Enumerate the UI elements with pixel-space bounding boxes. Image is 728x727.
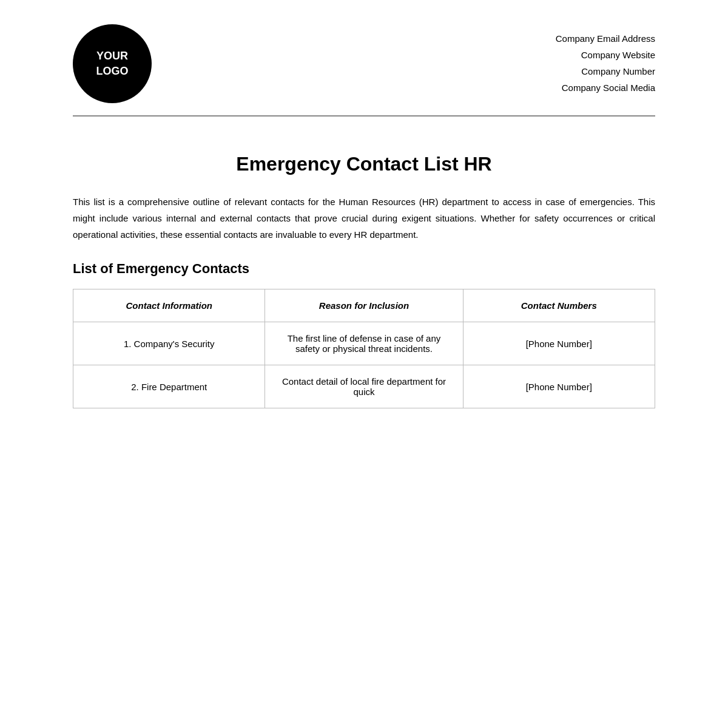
row-2-contact: 2. Fire Department bbox=[73, 365, 265, 408]
company-number-label: Company Number bbox=[556, 63, 655, 79]
row-1-reason: The first line of defense in case of any… bbox=[265, 322, 463, 365]
header-divider bbox=[73, 115, 655, 117]
col-header-numbers: Contact Numbers bbox=[463, 289, 655, 322]
col-header-reason: Reason for Inclusion bbox=[265, 289, 463, 322]
header: YOUR LOGO Company Email Address Company … bbox=[73, 24, 655, 103]
company-info-block: Company Email Address Company Website Co… bbox=[556, 24, 655, 96]
logo-text-line1: YOUR bbox=[96, 49, 128, 64]
company-website-label: Company Website bbox=[556, 47, 655, 63]
section-heading: List of Emergency Contacts bbox=[73, 261, 655, 277]
table-row: 2. Fire DepartmentContact detail of loca… bbox=[73, 365, 655, 408]
row-2-number: [Phone Number] bbox=[463, 365, 655, 408]
company-email-label: Company Email Address bbox=[556, 30, 655, 47]
document-description: This list is a comprehensive outline of … bbox=[73, 194, 655, 243]
row-1-contact: 1. Company's Security bbox=[73, 322, 265, 365]
table-row: 1. Company's SecurityThe first line of d… bbox=[73, 322, 655, 365]
document-title: Emergency Contact List HR bbox=[73, 153, 655, 175]
logo-text-line2: LOGO bbox=[96, 64, 129, 79]
table-header-row: Contact Information Reason for Inclusion… bbox=[73, 289, 655, 322]
col-header-contact: Contact Information bbox=[73, 289, 265, 322]
company-logo: YOUR LOGO bbox=[73, 24, 152, 103]
company-social-label: Company Social Media bbox=[556, 79, 655, 96]
row-1-number: [Phone Number] bbox=[463, 322, 655, 365]
row-2-reason: Contact detail of local fire department … bbox=[265, 365, 463, 408]
contacts-table: Contact Information Reason for Inclusion… bbox=[73, 289, 655, 408]
page-container: YOUR LOGO Company Email Address Company … bbox=[61, 0, 667, 433]
